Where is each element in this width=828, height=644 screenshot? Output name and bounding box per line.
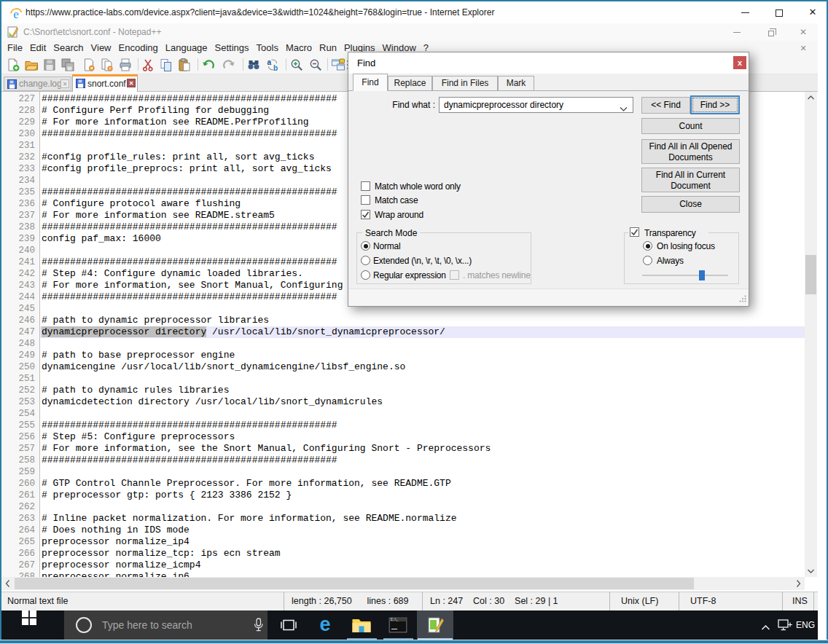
find-tab[interactable]: Find — [353, 74, 388, 91]
paste-icon[interactable] — [177, 58, 192, 72]
horizontal-scroll-thumb[interactable] — [15, 578, 694, 589]
menu-view[interactable]: View — [87, 41, 115, 55]
start-button[interactable] — [1, 610, 52, 640]
save-all-icon[interactable] — [60, 58, 75, 72]
status-doc-type: Normal text file — [1, 592, 284, 610]
find-all-current-button[interactable]: Find All in Current Document — [641, 168, 740, 192]
network-tray-icon[interactable] — [777, 619, 794, 635]
vertical-scroll-thumb[interactable] — [805, 255, 816, 294]
line-number: 259 — [1, 466, 35, 478]
undo-icon[interactable] — [201, 58, 216, 72]
horizontal-scrollbar[interactable] — [1, 577, 805, 590]
ie-close-button[interactable]: ✕ — [802, 1, 824, 23]
file-explorer-icon[interactable] — [345, 610, 378, 640]
edge-browser-icon[interactable]: e — [308, 610, 342, 640]
ie-minimize-button[interactable] — [734, 1, 756, 23]
replace-icon[interactable]: ab — [265, 58, 280, 72]
checkbox-match-case[interactable] — [361, 195, 370, 205]
tab-close-icon[interactable]: ✕ — [127, 79, 136, 87]
menu-edit[interactable]: Edit — [26, 41, 50, 55]
replace-tab[interactable]: Replace — [388, 76, 432, 91]
checkbox-match-whole-word-only[interactable] — [361, 181, 370, 191]
tray-show-hidden-icons[interactable] — [761, 621, 770, 634]
scroll-right-arrow[interactable] — [792, 577, 805, 590]
mark-tab[interactable]: Mark — [498, 76, 534, 91]
line-number: 237 — [1, 210, 35, 221]
new-file-icon[interactable] — [6, 58, 20, 72]
sync-scroll-icon[interactable] — [331, 58, 345, 72]
saved-file-icon — [76, 79, 85, 90]
tab-close-icon[interactable]: ✕ — [60, 79, 69, 88]
combo-dropdown-icon[interactable] — [620, 103, 628, 114]
save-icon[interactable] — [42, 58, 57, 72]
scroll-down-arrow[interactable] — [805, 565, 817, 577]
menu-file[interactable]: File — [4, 41, 26, 55]
radio-on-losing-focus[interactable] — [643, 241, 652, 251]
zoom-out-icon[interactable] — [308, 58, 323, 72]
ie-page-gutter — [818, 23, 827, 640]
editor-line-268: 268preprocessor normalize_ip6 — [1, 571, 805, 577]
menu-run[interactable]: Run — [316, 41, 340, 55]
open-file-icon[interactable] — [24, 58, 39, 72]
menu-macro[interactable]: Macro — [282, 41, 316, 55]
microphone-icon[interactable] — [252, 617, 265, 636]
line-number: 244 — [1, 291, 35, 303]
tray-language-indicator[interactable]: ENG — [796, 610, 815, 640]
line-number: 254 — [1, 408, 35, 420]
find-dialog-close-button[interactable]: x — [733, 56, 746, 69]
find-prev-button[interactable]: << Find — [641, 97, 690, 114]
find-dialog-titlebar[interactable]: Find x — [348, 52, 749, 74]
resize-grip[interactable] — [739, 294, 746, 305]
find-icon[interactable] — [246, 58, 261, 72]
menu-settings[interactable]: Settings — [211, 41, 253, 55]
menu-tools[interactable]: Tools — [253, 41, 282, 55]
count-button[interactable]: Count — [641, 118, 740, 134]
radio-extended[interactable] — [361, 256, 370, 265]
close-all-icon[interactable] — [100, 58, 114, 72]
radio-regular[interactable] — [361, 270, 370, 280]
notepadpp-taskbar-icon[interactable] — [417, 610, 453, 640]
zoom-in-icon[interactable] — [289, 58, 304, 72]
document-close-icon[interactable]: ✕ — [794, 41, 812, 55]
menu-search[interactable]: Search — [50, 41, 87, 55]
command-prompt-icon[interactable]: C:\_ — [381, 610, 415, 640]
editor-line-263: 263# Inline packet normalization. For mo… — [1, 513, 805, 525]
npp-restore-button[interactable] — [761, 23, 781, 41]
find-what-combobox[interactable]: dynamicpreprocessor directory — [439, 97, 633, 113]
scroll-up-arrow[interactable] — [805, 92, 817, 104]
radio-normal[interactable] — [361, 241, 370, 251]
editor-line-267: 267preprocessor normalize_icmp4 — [1, 559, 805, 571]
menu-language[interactable]: Language — [162, 41, 211, 55]
editor-line-252: 252# path to dynamic rules libraries — [1, 385, 805, 396]
redo-icon[interactable] — [222, 58, 236, 72]
vertical-scrollbar[interactable] — [805, 92, 817, 577]
checkbox-wrap-around[interactable] — [361, 210, 370, 219]
print-icon[interactable] — [118, 58, 133, 72]
tab-snort.conf[interactable]: snort.conf✕ — [72, 74, 138, 92]
cut-icon[interactable] — [141, 58, 155, 72]
copy-icon[interactable] — [159, 58, 173, 72]
checkbox-label: Wrap around — [375, 211, 423, 220]
transparency-slider-thumb[interactable] — [699, 270, 705, 280]
find-all-opened-button[interactable]: Find All in All Opened Documents — [641, 139, 740, 164]
find-in-files-tab[interactable]: Find in Files — [432, 76, 498, 91]
line-text: # GTP Control Channle Preprocessor. For … — [42, 478, 451, 490]
find-next-button[interactable]: Find >> — [690, 95, 740, 114]
scroll-left-arrow[interactable] — [1, 577, 14, 590]
transparency-checkbox[interactable] — [630, 227, 639, 237]
taskbar-search-box[interactable]: Type here to search — [64, 610, 267, 640]
ie-maximize-button[interactable] — [768, 1, 790, 23]
line-number: 257 — [1, 443, 35, 455]
task-view-button[interactable] — [272, 610, 305, 640]
menu-encoding[interactable]: Encoding — [115, 41, 162, 55]
close-button[interactable]: Close — [641, 196, 740, 213]
line-number: 229 — [1, 117, 35, 128]
radio-always[interactable] — [643, 256, 652, 265]
close-file-icon[interactable] — [82, 58, 96, 72]
tab-change.log[interactable]: change.log✕ — [4, 76, 71, 91]
npp-minimize-button[interactable] — [727, 23, 747, 41]
transparency-slider[interactable] — [642, 275, 728, 276]
line-number: 241 — [1, 256, 35, 268]
radio-label: Normal — [373, 242, 400, 251]
npp-close-button[interactable]: ✕ — [793, 23, 813, 41]
